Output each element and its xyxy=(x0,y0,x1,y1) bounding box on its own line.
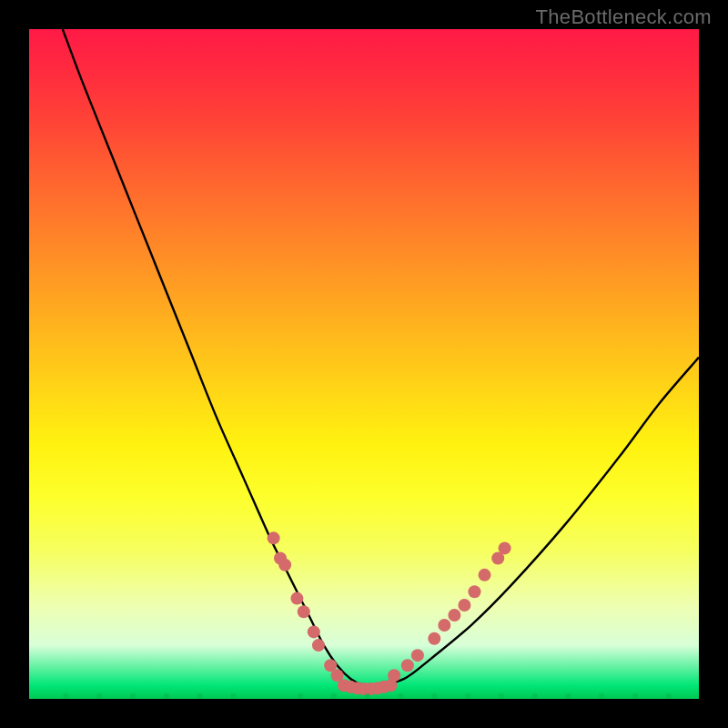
data-marker xyxy=(468,585,480,598)
data-marker xyxy=(384,679,397,692)
data-marker xyxy=(499,541,511,554)
baseline-nub xyxy=(532,693,538,699)
markers-right-group xyxy=(388,541,511,682)
data-marker xyxy=(278,559,291,571)
markers-bottom-group xyxy=(338,679,398,695)
data-marker xyxy=(308,625,320,638)
baseline-nub xyxy=(164,693,169,699)
data-marker xyxy=(458,599,470,612)
data-marker xyxy=(438,619,450,632)
baseline-nub xyxy=(130,693,136,699)
baseline-nub xyxy=(599,693,604,699)
baseline-nub xyxy=(398,693,403,699)
data-marker xyxy=(298,605,310,618)
data-marker xyxy=(268,531,280,544)
data-marker xyxy=(290,592,303,605)
baseline-nub xyxy=(465,693,470,699)
data-marker xyxy=(401,659,414,672)
baseline-nub xyxy=(63,693,68,699)
baseline-nub xyxy=(298,693,303,699)
baseline-nub xyxy=(565,693,571,699)
baseline-nub xyxy=(230,693,236,699)
data-marker xyxy=(428,632,440,645)
bottleneck-curve xyxy=(63,29,699,686)
baseline-nub xyxy=(666,693,672,699)
chart-svg xyxy=(29,29,699,699)
data-marker xyxy=(448,609,460,622)
baseline-nub xyxy=(632,693,638,699)
baseline-nub xyxy=(331,693,337,699)
watermark-text: TheBottleneck.com xyxy=(536,5,712,29)
baseline-nub xyxy=(197,693,203,699)
baseline-nub xyxy=(431,693,437,699)
bottom-nubs xyxy=(63,693,671,699)
data-marker xyxy=(312,639,325,652)
baseline-nub xyxy=(96,693,102,699)
baseline-nub xyxy=(499,693,504,699)
markers-left-group xyxy=(268,531,344,682)
plot-area xyxy=(29,29,699,699)
baseline-nub xyxy=(365,693,370,699)
data-marker xyxy=(478,569,490,581)
data-marker xyxy=(411,649,424,662)
